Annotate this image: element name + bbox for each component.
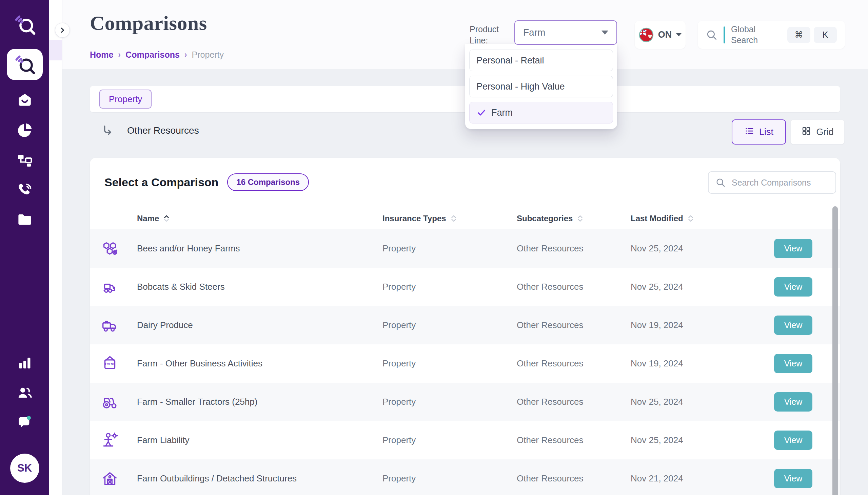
product-line-option[interactable]: Personal - Retail (469, 50, 613, 71)
rail-active-highlight (49, 40, 62, 61)
global-search-placeholder: Global Search (731, 24, 774, 46)
sidebar-item-phone[interactable] (13, 181, 37, 200)
count-badge[interactable]: 16 Comparisons (227, 173, 309, 191)
sidebar-item-sitemap[interactable] (13, 151, 37, 170)
insurance-type-cell: Property (383, 435, 517, 445)
avatar[interactable]: SK (10, 454, 39, 483)
breadcrumb-home[interactable]: Home (90, 50, 113, 60)
product-line-dropdown: Personal - Retail Personal - High Value … (465, 44, 617, 129)
comparison-name: Farm - Other Business Activities (137, 358, 383, 369)
page: SK Comparisons Home › Comparisons › Prop… (0, 0, 868, 495)
sidebar-item-pie-chart[interactable] (13, 121, 37, 140)
view-button[interactable]: View (774, 430, 812, 450)
column-header-name[interactable]: Name (137, 214, 383, 223)
view-button[interactable]: View (774, 277, 812, 296)
search-icon (715, 177, 726, 188)
last-modified-cell: Nov 21, 2024 (631, 473, 764, 484)
scarecrow-icon (100, 430, 120, 450)
insurance-type-cell: Property (383, 473, 517, 484)
insurance-type-cell: Property (383, 243, 517, 254)
bees-icon (100, 239, 120, 258)
list-view-button[interactable]: List (732, 119, 786, 144)
view-button[interactable]: View (774, 239, 812, 258)
breadcrumb-comparisons[interactable]: Comparisons (125, 50, 180, 60)
phone-icon (16, 181, 34, 199)
section-row: Other Resources (101, 124, 199, 137)
breadcrumb: Home › Comparisons › Property (90, 50, 224, 60)
comparison-name: Bees and/or Honey Farms (137, 243, 383, 254)
sidebar-item-folder[interactable] (13, 210, 37, 229)
last-modified-cell: Nov 25, 2024 (631, 281, 764, 292)
tab-property[interactable]: Property (99, 89, 152, 108)
subcategory-cell: Other Resources (517, 320, 631, 330)
text-cursor (724, 27, 725, 44)
region-selector[interactable]: ON (635, 21, 686, 49)
subcategory-cell: Other Resources (517, 473, 631, 484)
table-row: Farm Liability Property Other Resources … (90, 421, 840, 459)
subcategory-cell: Other Resources (517, 281, 631, 292)
folder-icon (16, 211, 34, 229)
search-signal-icon (14, 14, 36, 36)
barn-icon (100, 469, 120, 489)
secondary-rail (49, 0, 63, 495)
column-header-insurance-types[interactable]: Insurance Types (383, 214, 517, 223)
column-header-subcategories[interactable]: Subcategories (517, 214, 631, 223)
event-sign-icon: EVENT (100, 354, 120, 374)
last-modified-cell: Nov 25, 2024 (631, 435, 764, 445)
sidebar-item-search-signal[interactable] (7, 49, 43, 80)
skid-steer-icon (100, 277, 120, 297)
comparison-name: Farm Outbuildings / Detached Structures (137, 473, 383, 484)
insurance-type-cell: Property (383, 397, 517, 407)
chat-icon (16, 414, 34, 431)
subcategory-cell: Other Resources (517, 435, 631, 445)
view-button[interactable]: View (774, 469, 812, 488)
last-modified-cell: Nov 19, 2024 (631, 358, 764, 369)
caret-down-icon (676, 33, 681, 36)
view-button[interactable]: View (774, 354, 812, 373)
sidebar-item-people[interactable] (13, 383, 37, 403)
sort-icon (449, 215, 458, 223)
caret-down-icon (602, 31, 608, 35)
table-row: Farm Outbuildings / Detached Structures … (90, 459, 840, 495)
grid-view-button[interactable]: Grid (790, 119, 845, 144)
product-line-value: Farm (523, 27, 545, 38)
sort-icon (576, 215, 584, 223)
column-header-last-modified[interactable]: Last Modified (631, 214, 764, 223)
ontario-flag-icon (639, 28, 654, 42)
table-row: Dairy Produce Property Other Resources N… (90, 306, 840, 344)
product-line-option[interactable]: Personal - High Value (469, 76, 613, 97)
sidebar-item-chat[interactable] (13, 413, 37, 432)
expand-sidebar-button[interactable] (55, 23, 70, 38)
k-key: K (814, 27, 837, 43)
tractor-icon (100, 392, 120, 412)
last-modified-cell: Nov 25, 2024 (631, 243, 764, 254)
sidebar: SK (0, 0, 49, 495)
product-line-option[interactable]: Farm (469, 102, 613, 123)
global-search[interactable]: Global Search ⌘ K (698, 21, 845, 49)
svg-text:EVENT: EVENT (105, 363, 114, 366)
sidebar-item-home[interactable] (13, 91, 37, 110)
product-line-select[interactable]: Farm (514, 20, 617, 45)
comparison-name: Farm - Smaller Tractors (25hp) (137, 397, 383, 407)
search-comparisons-input[interactable] (731, 177, 829, 188)
sidebar-item-bar-chart[interactable] (13, 354, 37, 373)
insurance-type-cell: Property (383, 281, 517, 292)
insurance-type-cell: Property (383, 358, 517, 369)
view-button[interactable]: View (774, 392, 812, 412)
subcategory-cell: Other Resources (517, 358, 631, 369)
grid-icon (801, 126, 811, 138)
breadcrumb-current: Property (192, 50, 224, 60)
panel-title-text: Select a Comparison (104, 176, 218, 189)
comparison-name: Farm Liability (137, 435, 383, 445)
table-row: Bees and/or Honey Farms Property Other R… (90, 229, 840, 268)
vertical-scrollbar[interactable] (832, 206, 838, 495)
breadcrumb-separator: › (118, 50, 121, 59)
table-header: Name Insurance Types Subcategories Last … (90, 208, 840, 229)
view-toggle: List Grid (732, 119, 845, 144)
last-modified-cell: Nov 25, 2024 (631, 397, 764, 407)
insurance-type-cell: Property (383, 320, 517, 330)
table-row: Farm - Smaller Tractors (25hp) Property … (90, 383, 840, 421)
search-signal-icon (14, 54, 36, 75)
view-button[interactable]: View (774, 315, 812, 335)
table-row: Bobcats & Skid Steers Property Other Res… (90, 268, 840, 306)
